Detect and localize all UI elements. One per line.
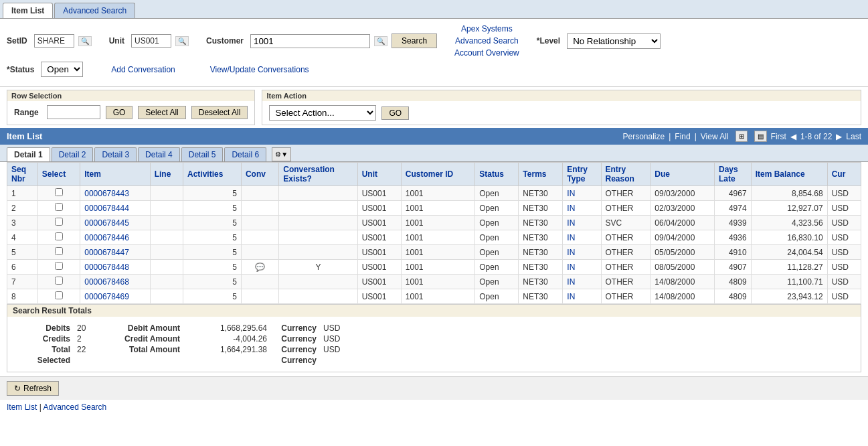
cell-activities: 5	[183, 186, 242, 201]
view-update-link[interactable]: View/Update Conversations	[210, 65, 309, 74]
cell-status: Open	[475, 216, 519, 230]
col-conv-exists: ConversationExists?	[279, 163, 357, 186]
cell-unit: US001	[357, 216, 401, 230]
tab-item-list[interactable]: Item List	[3, 3, 53, 18]
cell-entry-type: IN	[563, 201, 601, 216]
cell-line	[150, 260, 183, 275]
refresh-button[interactable]: ↻ Refresh	[7, 381, 59, 396]
search-button[interactable]: Search	[392, 33, 437, 48]
deselect-all-button[interactable]: Deselect All	[191, 106, 248, 119]
cell-item[interactable]: 0000678468	[80, 275, 150, 289]
apex-systems-link[interactable]: Apex Systems	[454, 24, 519, 33]
cell-unit: US001	[357, 245, 401, 260]
setid-value: SHARE	[34, 34, 74, 48]
cell-seq: 8	[7, 289, 38, 304]
find-link[interactable]: Find	[675, 132, 690, 141]
cell-item-balance: 12,927.07	[751, 201, 827, 216]
cell-activities: 5	[183, 260, 242, 275]
customer-search-icon[interactable]: 🔍	[374, 36, 387, 46]
cell-checkbox[interactable]	[37, 245, 80, 260]
detail-tab-5[interactable]: Detail 5	[181, 147, 224, 161]
cell-entry-reason: OTHER	[601, 186, 650, 201]
col-terms: Terms	[519, 163, 563, 186]
cell-line	[150, 275, 183, 289]
cell-item[interactable]: 0000678448	[80, 260, 150, 275]
panels-row: Row Selection Range GO Select All Desele…	[0, 87, 868, 128]
cell-item[interactable]: 0000678446	[80, 230, 150, 245]
cell-unit: US001	[357, 260, 401, 275]
debit-currency: USD	[323, 323, 846, 333]
cell-checkbox[interactable]	[37, 186, 80, 201]
customize-columns-button[interactable]: ⚙▼	[272, 147, 291, 161]
cell-status: Open	[475, 245, 519, 260]
bottom-bar: ↻ Refresh	[0, 376, 868, 400]
action-go-button[interactable]: GO	[381, 106, 409, 120]
advanced-search-link-top[interactable]: Advanced Search	[454, 36, 519, 46]
grid-icon-btn[interactable]: ⊞	[735, 131, 748, 142]
next-icon[interactable]: ▶	[836, 132, 842, 141]
detail-tab-3[interactable]: Detail 3	[94, 147, 137, 161]
cell-item[interactable]: 0000678444	[80, 201, 150, 216]
detail-tab-1[interactable]: Detail 1	[7, 147, 50, 161]
select-action-select[interactable]: Select Action...	[269, 105, 376, 121]
cell-checkbox[interactable]	[37, 201, 80, 216]
cell-unit: US001	[357, 186, 401, 201]
selected-currency	[323, 356, 846, 365]
credit-amount-label: Credit Amount	[105, 334, 185, 344]
unit-search-icon[interactable]: 🔍	[175, 36, 189, 46]
level-select[interactable]: No Relationship	[567, 33, 661, 49]
cell-checkbox[interactable]	[37, 216, 80, 230]
prev-icon[interactable]: ◀	[790, 132, 796, 141]
cell-item[interactable]: 0000678445	[80, 216, 150, 230]
cell-item[interactable]: 0000678447	[80, 245, 150, 260]
debit-amount: 1,668,295.64	[187, 323, 267, 333]
detail-tab-2[interactable]: Detail 2	[52, 147, 94, 161]
cell-seq: 3	[7, 216, 38, 230]
detail-tab-4[interactable]: Detail 4	[138, 147, 180, 161]
total-amount: 1,664,291.38	[187, 345, 267, 354]
cell-customer-id: 1001	[401, 260, 474, 275]
cell-item[interactable]: 0000678443	[80, 186, 150, 201]
table-row: 2 0000678444 5 US001 1001 Open NET30 IN …	[7, 201, 861, 216]
cell-due: 08/05/2000	[650, 260, 715, 275]
setid-search-icon[interactable]: 🔍	[78, 36, 92, 46]
table-icon-btn[interactable]: ▤	[754, 131, 767, 142]
view-all-link[interactable]: View All	[701, 132, 729, 141]
cell-item[interactable]: 0000678469	[80, 289, 150, 304]
col-due: Due	[650, 163, 715, 186]
account-overview-link[interactable]: Account Overview	[454, 48, 519, 58]
cell-days-late: 4967	[715, 186, 752, 201]
totals-section: Search Result Totals Debits 20 Debit Amo…	[7, 304, 861, 372]
bottom-advanced-search-link[interactable]: Advanced Search	[44, 402, 107, 412]
cell-conv	[241, 289, 278, 304]
cell-cur: USD	[827, 260, 861, 275]
cell-checkbox[interactable]	[37, 230, 80, 245]
range-label: Range	[14, 108, 39, 117]
cell-checkbox[interactable]	[37, 260, 80, 275]
col-select: Select	[37, 163, 80, 186]
customer-input[interactable]	[250, 34, 370, 48]
cell-conv	[241, 230, 278, 245]
selected-label: Selected	[22, 356, 76, 365]
cell-days-late: 4907	[715, 260, 752, 275]
cell-checkbox[interactable]	[37, 275, 80, 289]
cell-item-balance: 24,004.54	[751, 245, 827, 260]
range-input[interactable]	[47, 105, 100, 119]
cell-checkbox[interactable]	[37, 289, 80, 304]
detail-tab-6[interactable]: Detail 6	[224, 147, 266, 161]
status-select[interactable]: Open	[41, 62, 83, 77]
tab-advanced-search[interactable]: Advanced Search	[54, 3, 135, 18]
cell-activities: 5	[183, 275, 242, 289]
credits-label: Credits	[22, 334, 76, 344]
col-item: Item	[80, 163, 150, 186]
add-conversation-link[interactable]: Add Conversation	[111, 65, 175, 74]
list-header: Item List Personalize | Find | View All …	[0, 128, 868, 145]
debits-label: Debits	[22, 323, 76, 333]
select-all-button[interactable]: Select All	[138, 106, 185, 119]
range-go-button[interactable]: GO	[106, 106, 133, 119]
bottom-item-list-link[interactable]: Item List	[7, 402, 37, 412]
cell-conv	[241, 275, 278, 289]
personalize-link[interactable]: Personalize	[623, 132, 665, 141]
table-wrapper: SeqNbr Select Item Line Activities Conv …	[0, 162, 868, 304]
cell-conv	[241, 245, 278, 260]
